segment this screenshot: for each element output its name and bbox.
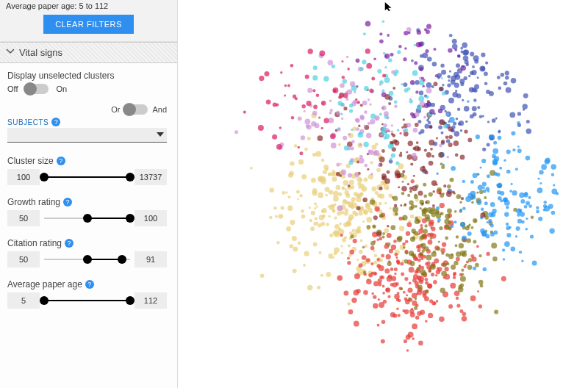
svg-point-118 (294, 144, 297, 147)
svg-point-797 (503, 82, 508, 86)
svg-point-482 (344, 291, 349, 296)
subjects-logic-toggle[interactable] (124, 104, 148, 115)
slider-max-value[interactable]: 13737 (135, 169, 167, 185)
scatter-panel[interactable] (178, 0, 588, 388)
svg-point-449 (406, 294, 408, 296)
svg-point-710 (479, 115, 482, 118)
display-unselected-toggle[interactable] (25, 84, 49, 94)
svg-point-1147 (446, 156, 449, 159)
svg-point-785 (505, 71, 509, 75)
svg-point-799 (466, 63, 469, 66)
svg-point-1165 (364, 164, 368, 168)
vital-signs-accordion-header[interactable]: Vital signs (0, 42, 177, 63)
svg-point-639 (423, 271, 427, 276)
svg-point-1347 (365, 21, 371, 26)
svg-point-1335 (422, 85, 425, 87)
svg-point-570 (423, 195, 427, 198)
svg-point-357 (347, 261, 351, 265)
slider-max-value[interactable]: 91 (135, 251, 167, 267)
svg-point-931 (520, 212, 525, 217)
display-unselected-label: Display unselected clusters (7, 71, 167, 81)
svg-point-217 (319, 215, 325, 220)
avg-paper-age-slider[interactable] (44, 292, 130, 309)
cluster-size-slider[interactable] (44, 169, 130, 185)
svg-point-299 (390, 267, 394, 271)
svg-point-339 (427, 233, 431, 237)
svg-point-610 (491, 242, 497, 248)
svg-point-459 (409, 267, 415, 273)
svg-point-1301 (313, 105, 318, 109)
svg-point-1019 (381, 173, 387, 179)
svg-point-1296 (342, 76, 345, 79)
citation-rating-slider[interactable] (44, 251, 130, 267)
slider-min-value[interactable]: 50 (7, 210, 40, 226)
clear-filters-button[interactable]: CLEAR FILTERS (43, 15, 134, 34)
help-icon[interactable]: ? (85, 280, 94, 289)
svg-point-562 (478, 280, 484, 285)
svg-point-950 (536, 210, 539, 214)
svg-point-410 (376, 264, 380, 267)
svg-point-618 (417, 285, 423, 290)
svg-point-840 (553, 184, 555, 186)
svg-point-861 (517, 213, 520, 217)
svg-point-230 (309, 206, 311, 209)
cluster-scatter[interactable] (178, 0, 588, 388)
svg-point-914 (509, 190, 512, 193)
svg-point-44 (273, 206, 277, 210)
svg-point-463 (428, 240, 433, 245)
help-icon[interactable]: ? (63, 198, 72, 206)
svg-point-850 (483, 267, 487, 272)
svg-point-1332 (434, 48, 437, 51)
svg-point-629 (410, 237, 415, 242)
svg-point-748 (442, 84, 444, 86)
svg-point-775 (523, 104, 528, 109)
svg-point-250 (338, 193, 342, 196)
svg-point-814 (448, 98, 454, 104)
slider-min-value[interactable]: 100 (7, 169, 40, 185)
svg-point-349 (337, 275, 343, 281)
svg-point-1194 (382, 20, 385, 23)
help-icon[interactable]: ? (51, 118, 60, 126)
svg-point-1097 (359, 143, 362, 146)
svg-point-238 (328, 254, 333, 259)
subjects-select[interactable] (7, 128, 167, 143)
help-icon[interactable]: ? (57, 157, 65, 165)
svg-point-456 (366, 258, 370, 262)
svg-point-642 (494, 309, 498, 314)
svg-point-1090 (391, 130, 394, 133)
svg-point-1100 (355, 172, 360, 177)
svg-point-1159 (305, 119, 311, 125)
svg-point-1269 (291, 116, 295, 120)
svg-point-5 (269, 187, 274, 193)
svg-point-649 (400, 287, 403, 290)
svg-point-924 (543, 204, 547, 208)
svg-point-692 (427, 57, 432, 62)
svg-point-267 (450, 283, 456, 289)
svg-point-401 (390, 283, 394, 287)
svg-point-1254 (401, 83, 403, 85)
slider-max-value[interactable]: 112 (135, 292, 167, 309)
svg-point-139 (314, 207, 316, 209)
svg-point-621 (395, 212, 398, 216)
svg-point-93 (339, 223, 342, 226)
svg-point-352 (397, 292, 400, 295)
svg-point-938 (494, 156, 499, 161)
svg-point-1300 (302, 104, 306, 108)
svg-point-427 (395, 256, 398, 259)
help-icon[interactable]: ? (65, 239, 74, 248)
growth-rating-slider[interactable] (44, 210, 130, 226)
svg-point-1192 (418, 96, 424, 102)
svg-point-1267 (259, 76, 264, 81)
slider-max-value[interactable]: 100 (135, 210, 167, 226)
svg-point-306 (386, 254, 391, 259)
svg-point-1103 (298, 117, 302, 121)
svg-point-788 (420, 129, 425, 134)
svg-point-49 (370, 211, 373, 213)
svg-point-324 (379, 237, 382, 241)
slider-min-value[interactable]: 50 (7, 251, 40, 267)
svg-point-120 (289, 244, 293, 248)
svg-point-970 (436, 137, 438, 139)
slider-min-value[interactable]: 5 (7, 292, 40, 309)
svg-point-1264 (258, 125, 264, 131)
svg-point-962 (460, 222, 465, 227)
